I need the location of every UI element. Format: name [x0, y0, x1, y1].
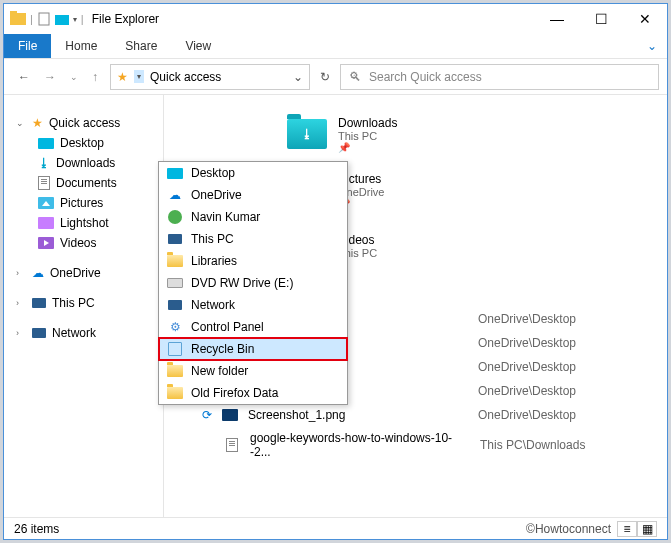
file-name: Screenshot_1.png — [248, 408, 468, 422]
address-dropdown-toggle[interactable]: ▾ — [134, 70, 144, 83]
file-row[interactable]: ⟳Screenshot_1.pngOneDrive\Desktop — [180, 403, 651, 427]
status-bar: 26 items ©Howtoconnect ≡ ▦ — [4, 517, 667, 539]
chevron-right-icon[interactable]: › — [16, 298, 26, 308]
dd-network[interactable]: Network — [159, 294, 347, 316]
chevron-right-icon[interactable]: › — [16, 328, 26, 338]
properties-icon[interactable] — [37, 12, 51, 26]
dd-old-firefox[interactable]: Old Firefox Data — [159, 382, 347, 404]
nav-desktop[interactable]: Desktop — [4, 133, 163, 153]
file-row[interactable]: google-keywords-how-to-windows-10--2...T… — [180, 427, 651, 463]
back-button[interactable]: ← — [18, 70, 30, 84]
nav-label: Lightshot — [60, 216, 109, 230]
nav-label: Desktop — [60, 136, 104, 150]
folder-name: Downloads — [338, 116, 397, 130]
nav-label: Videos — [60, 236, 96, 250]
dd-this-pc[interactable]: This PC — [159, 228, 347, 250]
folder-downloads[interactable]: ⭳ DownloadsThis PC📌 — [286, 113, 466, 155]
tab-file[interactable]: File — [4, 34, 51, 58]
dd-dvd-drive[interactable]: DVD RW Drive (E:) — [159, 272, 347, 294]
separator-icon: | — [81, 13, 84, 25]
search-input[interactable]: 🔍︎ Search Quick access — [340, 64, 659, 90]
nav-this-pc[interactable]: ›This PC — [4, 293, 163, 313]
close-button[interactable]: ✕ — [623, 4, 667, 34]
address-dropdown[interactable]: Desktop ☁OneDrive Navin Kumar This PC Li… — [158, 161, 348, 405]
separator-icon: | — [30, 13, 33, 25]
dd-new-folder[interactable]: New folder — [159, 360, 347, 382]
nav-lightshot[interactable]: Lightshot — [4, 213, 163, 233]
icons-view-button[interactable]: ▦ — [637, 521, 657, 537]
nav-network[interactable]: ›Network — [4, 323, 163, 343]
item-count: 26 items — [14, 522, 59, 536]
nav-pictures[interactable]: Pictures — [4, 193, 163, 213]
videos-icon — [38, 237, 54, 249]
window-controls: — ☐ ✕ — [535, 4, 667, 34]
star-icon: ★ — [32, 116, 43, 130]
user-icon — [168, 210, 182, 224]
body: ⌄ ★ Quick access Desktop ⭳Downloads Docu… — [4, 95, 667, 517]
svg-rect-0 — [10, 13, 26, 25]
document-file-icon — [226, 438, 238, 452]
search-placeholder: Search Quick access — [369, 70, 482, 84]
pin-icon: 📌 — [338, 142, 397, 153]
dd-label: OneDrive — [191, 188, 242, 202]
navigation-pane[interactable]: ⌄ ★ Quick access Desktop ⭳Downloads Docu… — [4, 95, 164, 517]
nav-label: Quick access — [49, 116, 120, 130]
up-button[interactable]: ↑ — [92, 70, 98, 84]
quick-access-toolbar: | ▾ | — [10, 11, 84, 27]
chevron-down-icon[interactable]: ⌄ — [16, 118, 26, 128]
dd-control-panel[interactable]: ⚙Control Panel — [159, 316, 347, 338]
nav-videos[interactable]: Videos — [4, 233, 163, 253]
ribbon-tabs: File Home Share View ⌄ — [4, 34, 667, 59]
minimize-button[interactable]: — — [535, 4, 579, 34]
hidden-tile-fragment — [230, 113, 246, 155]
nav-quick-access[interactable]: ⌄ ★ Quick access — [4, 113, 163, 133]
dd-onedrive[interactable]: ☁OneDrive — [159, 184, 347, 206]
nav-label: Downloads — [56, 156, 115, 170]
tab-view[interactable]: View — [171, 34, 225, 58]
svg-rect-2 — [39, 13, 49, 25]
svg-rect-1 — [10, 11, 17, 14]
file-location: OneDrive\Desktop — [478, 384, 576, 398]
help-dropdown-icon[interactable]: ⌄ — [637, 34, 667, 58]
dd-desktop[interactable]: Desktop — [159, 162, 347, 184]
nav-onedrive[interactable]: ›☁OneDrive — [4, 263, 163, 283]
dd-recycle-bin[interactable]: Recycle Bin — [159, 338, 347, 360]
forward-button[interactable]: → — [44, 70, 56, 84]
image-file-icon — [222, 409, 238, 421]
folder-icon — [167, 365, 183, 377]
network-icon — [168, 300, 182, 310]
sync-icon: ⟳ — [202, 408, 212, 422]
dd-label: New folder — [191, 364, 248, 378]
tab-share[interactable]: Share — [111, 34, 171, 58]
desktop-icon — [38, 138, 54, 149]
nav-buttons: ← → ⌄ ↑ — [12, 70, 104, 84]
chevron-down-icon[interactable]: ⌄ — [293, 70, 303, 84]
refresh-button[interactable]: ↻ — [316, 70, 334, 84]
window-title: File Explorer — [92, 12, 159, 26]
dd-label: Desktop — [191, 166, 235, 180]
file-name: google-keywords-how-to-windows-10--2... — [250, 431, 470, 459]
file-location: OneDrive\Desktop — [478, 408, 576, 422]
address-bar[interactable]: ★ ▾ Quick access ⌄ — [110, 64, 310, 90]
nav-documents[interactable]: Documents — [4, 173, 163, 193]
dd-libraries[interactable]: Libraries — [159, 250, 347, 272]
titlebar: | ▾ | File Explorer — ☐ ✕ — [4, 4, 667, 34]
pc-icon — [168, 234, 182, 244]
chevron-right-icon[interactable]: › — [16, 268, 26, 278]
tab-home[interactable]: Home — [51, 34, 111, 58]
file-location: OneDrive\Desktop — [478, 336, 576, 350]
drive-icon — [167, 278, 183, 288]
app-icon — [10, 11, 26, 27]
recycle-bin-icon — [168, 342, 182, 356]
folder-location: This PC — [338, 130, 397, 142]
dd-user[interactable]: Navin Kumar — [159, 206, 347, 228]
pictures-icon — [38, 197, 54, 209]
recent-dropdown-icon[interactable]: ⌄ — [70, 72, 78, 82]
maximize-button[interactable]: ☐ — [579, 4, 623, 34]
nav-label: This PC — [52, 296, 95, 310]
details-view-button[interactable]: ≡ — [617, 521, 637, 537]
qat-dropdown-icon[interactable]: ▾ — [73, 15, 77, 24]
nav-downloads[interactable]: ⭳Downloads — [4, 153, 163, 173]
new-folder-icon[interactable] — [55, 12, 69, 26]
nav-label: Pictures — [60, 196, 103, 210]
